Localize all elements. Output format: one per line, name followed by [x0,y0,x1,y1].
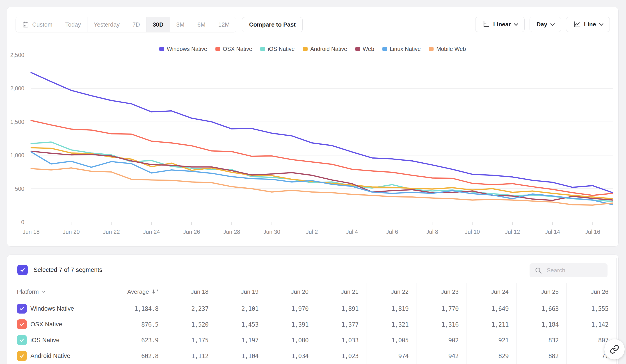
day-column-header: Jun 21 [316,283,366,301]
day-column-header: Jun 22 [366,283,416,301]
chevron-down-icon [42,289,45,293]
series-line-linux-native [31,152,613,205]
day-header-label: Jun 25 [541,288,559,295]
selected-segments-label: Selected 7 of 7 segments [34,265,102,275]
day-header-label: Jun 20 [291,288,309,295]
x-axis-tick-label: Jul 14 [545,229,560,235]
day-header-label: Jun 22 [391,288,409,295]
value-cell: 1,391 [266,317,316,332]
copy-link-button[interactable] [604,339,625,360]
line-chart: 05001,0001,5002,0002,500Jun 18Jun 20Jun … [7,7,618,246]
average-cell: 876.5 [115,317,166,332]
day-column-header: Jun 26 [566,283,616,301]
value-cell: 1,104 [216,348,266,364]
value-cell: 2,101 [216,301,266,317]
value-cell: 2,237 [166,301,216,317]
platform-header-label: Platform [17,288,39,295]
day-value: 1,770 [441,305,459,312]
day-value: 1,005 [391,337,409,344]
segment-name: Windows Native [30,305,74,312]
day-value: 1,142 [591,321,608,328]
platform-cell: Android Native [7,348,115,364]
select-all-checkbox[interactable] [17,265,28,275]
value-cell: 1,970 [266,301,316,317]
x-axis-tick-label: Jun 28 [223,229,240,235]
search-input[interactable] [546,267,603,274]
platform-header[interactable]: Platform [7,283,115,301]
sort-descending-icon [152,289,158,295]
average-header[interactable]: Average [115,283,166,301]
day-value: 1,819 [391,305,409,312]
day-value: 974 [398,353,409,360]
day-value: 1,197 [241,337,258,344]
x-axis-tick-label: Jul 6 [386,229,398,235]
value-cell: 1,033 [316,332,366,348]
platform-cell: iOS Native [7,332,115,348]
segments-table: PlatformAverageJun 18Jun 19Jun 20Jun 21J… [7,283,618,364]
value-cell: 832 [516,332,566,348]
value-cell: 921 [466,332,516,348]
day-header-label: Jun 18 [191,288,208,295]
day-value: 1,211 [491,321,509,328]
day-value: 2,237 [191,305,208,312]
search-icon [535,267,542,274]
day-header-label: Jun 24 [491,288,509,295]
value-cell: 974 [366,348,416,364]
segment-checkbox[interactable] [17,304,27,314]
segment-checkbox[interactable] [17,335,27,345]
average-cell: 623.9 [115,332,166,348]
day-header-label: Jun 21 [341,288,358,295]
y-axis-tick-label: 1,500 [10,119,24,125]
value-cell: 942 [416,348,466,364]
day-header-label: Jun 26 [591,288,608,295]
value-cell: 1,112 [166,348,216,364]
x-axis-tick-label: Jul 10 [465,229,480,235]
value-cell: 1,184 [516,317,566,332]
segment-checkbox[interactable] [17,319,27,329]
day-column-header: Jun 25 [516,283,566,301]
value-cell: 1,211 [466,317,516,332]
day-value: 1,175 [191,337,208,344]
day-value: 1,034 [291,353,309,360]
value-cell: 1,034 [266,348,316,364]
segments-table-card: Selected 7 of 7 segments PlatformAverage… [7,255,619,364]
value-cell: 1,520 [166,317,216,332]
value-cell: 882 [516,348,566,364]
value-cell: 1,197 [216,332,266,348]
value-cell: 1,175 [166,332,216,348]
day-value: 1,453 [241,321,258,328]
day-column-header: Jun 20 [266,283,316,301]
day-value: 829 [498,353,509,360]
day-header-label: Jun 19 [241,288,258,295]
x-axis-tick-label: Jul 12 [505,229,520,235]
table-row: iOS Native623.91,1751,1971,0801,0331,005… [7,332,618,348]
day-header-label: Jun 23 [441,288,459,295]
y-axis-tick-label: 2,500 [10,52,24,58]
day-value: 1,970 [291,305,309,312]
check-icon [20,267,26,273]
segment-checkbox[interactable] [17,351,27,361]
value-cell: 1,663 [516,301,566,317]
day-value: 921 [498,337,509,344]
day-value: 1,377 [341,321,358,328]
x-axis-tick-label: Jun 20 [63,229,79,235]
value-cell: 1,819 [366,301,416,317]
value-cell: 1,142 [566,317,616,332]
value-cell: 1,649 [466,301,516,317]
day-value: 2,101 [241,305,258,312]
value-cell: 1,321 [366,317,416,332]
platform-cell: Windows Native [7,301,115,317]
segment-name: Android Native [30,353,70,360]
average-value: 876.5 [141,321,158,328]
average-cell: 1,184.8 [115,301,166,317]
y-axis-tick-label: 500 [15,186,24,192]
day-value: 942 [448,353,459,360]
value-cell: 1,891 [316,301,366,317]
day-value: 832 [548,337,559,344]
day-value: 1,391 [291,321,309,328]
average-header-label: Average [127,288,149,295]
value-cell: 1,080 [266,332,316,348]
check-icon [19,353,25,359]
segment-name: OSX Native [30,321,62,328]
day-column-header: Jun 23 [416,283,466,301]
